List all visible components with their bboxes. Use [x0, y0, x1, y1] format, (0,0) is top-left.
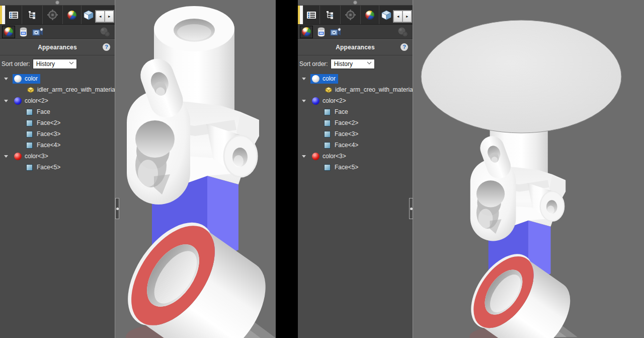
tree-item-color2[interactable]: color<2>: [298, 95, 413, 106]
tab-configurationmanager[interactable]: [341, 6, 361, 24]
tree-icon: [326, 11, 335, 19]
appearances-panel-left: ◄ ► Appearances ? Sort order: History co…: [0, 0, 115, 338]
tree-icon: [28, 11, 37, 19]
tab-scroll-left-button[interactable]: ◄: [96, 11, 105, 22]
tab-scroll-arrows: ◄ ►: [393, 10, 412, 23]
bottom-hub[interactable]: [115, 207, 276, 338]
view-appearances-button[interactable]: [2, 26, 15, 38]
tab-viewcube[interactable]: [82, 6, 95, 24]
scene-camera-icon: [32, 27, 44, 37]
sort-order-select[interactable]: History: [33, 59, 77, 69]
tree-item-face5[interactable]: Face<5>: [324, 162, 413, 173]
list-icon: [306, 11, 316, 19]
view-appearances-button[interactable]: [300, 26, 313, 38]
appearances-panel-right: ◄ ► Appearances ? Sort order: History co…: [298, 0, 413, 338]
face-icon: [324, 142, 331, 149]
idler-arm-model[interactable]: [115, 6, 276, 338]
appearance-tree: color idler_arm_creo_with_material color…: [0, 72, 115, 173]
tab-featuremanager[interactable]: [6, 6, 22, 24]
appearance-pane-button[interactable]: [99, 26, 112, 38]
panel-grip[interactable]: [0, 0, 115, 6]
expand-arrow-icon[interactable]: [302, 78, 306, 80]
expand-arrow-icon[interactable]: [4, 100, 8, 102]
appearance-pane-button[interactable]: [396, 26, 410, 38]
tree-item-face2[interactable]: Face<2>: [26, 117, 115, 128]
sort-order-select[interactable]: History: [331, 59, 375, 69]
expand-arrow-icon[interactable]: [302, 155, 306, 158]
screenshot-divider: [276, 0, 298, 338]
expand-arrow-icon[interactable]: [4, 155, 8, 158]
tree-item-color[interactable]: color: [0, 73, 115, 84]
3d-canvas-right[interactable]: [413, 0, 644, 338]
appearance-sphere-red-icon: [312, 153, 319, 160]
face-icon: [26, 120, 33, 126]
tab-scroll-left-button[interactable]: ◄: [393, 11, 403, 22]
tree-item-part[interactable]: idler_arm_creo_with_material: [26, 84, 115, 95]
handle-dot-icon: [116, 208, 119, 210]
sort-order-row: Sort order: History: [0, 55, 115, 72]
idler-arm-model-scaled[interactable]: [458, 98, 583, 338]
display-toolbar: [298, 25, 413, 39]
tab-displaymanager[interactable]: [361, 6, 380, 24]
tree-item-face[interactable]: Face: [26, 106, 115, 117]
tab-clipped[interactable]: [0, 6, 6, 24]
tree-item-face4[interactable]: Face<4>: [324, 140, 413, 151]
help-icon[interactable]: ?: [400, 43, 408, 51]
tab-featuremanager[interactable]: [303, 6, 320, 24]
tree-item-face3[interactable]: Face<3>: [324, 128, 413, 140]
target-icon: [345, 10, 356, 20]
view-scene-lights-cameras-button[interactable]: [31, 26, 44, 38]
tab-clipped[interactable]: [298, 6, 303, 24]
3d-canvas-left[interactable]: [115, 0, 276, 338]
face-scaled-top-disc[interactable]: [421, 20, 621, 133]
expand-arrow-icon[interactable]: [4, 78, 8, 80]
panel-collapse-handle-right[interactable]: [409, 198, 413, 219]
face-icon: [324, 164, 331, 171]
tree-item-color[interactable]: color: [298, 73, 413, 84]
appearance-sphere-red-icon: [14, 153, 22, 160]
view-decals-button[interactable]: [17, 26, 30, 38]
appearance-sphere-white-icon: [312, 75, 319, 83]
sort-order-row: Sort order: History: [298, 55, 413, 72]
tree-item-face2[interactable]: Face<2>: [324, 117, 413, 128]
help-icon[interactable]: ?: [103, 43, 110, 51]
view-scene-lights-cameras-button[interactable]: [329, 26, 342, 38]
view-decals-button[interactable]: [314, 26, 328, 38]
list-icon: [9, 11, 19, 19]
tree-item-face[interactable]: Face: [324, 106, 413, 117]
tab-configurationmanager[interactable]: [43, 6, 63, 24]
3d-viewport-left[interactable]: [115, 0, 276, 338]
tab-propertymanager[interactable]: [22, 6, 43, 24]
tab-propertymanager[interactable]: [320, 6, 341, 24]
face-icon: [26, 142, 33, 149]
tab-viewcube[interactable]: [379, 6, 393, 24]
chevron-down-icon: [367, 61, 372, 64]
sort-order-label: Sort order:: [2, 60, 30, 67]
tree-item-part[interactable]: idler_arm_creo_with_material: [324, 84, 413, 95]
face-icon: [26, 131, 33, 138]
color-wheel-icon: [302, 27, 311, 36]
color-wheel-icon: [365, 11, 374, 20]
disabled-gear-sphere-icon: [397, 27, 409, 37]
tree-item-face5[interactable]: Face<5>: [26, 162, 115, 173]
tree-item-color3[interactable]: color<3>: [298, 151, 413, 162]
3d-viewport-right[interactable]: [413, 0, 644, 338]
expand-arrow-icon[interactable]: [302, 100, 306, 102]
cube-icon: [381, 10, 392, 20]
tree-item-face4[interactable]: Face<4>: [26, 140, 115, 151]
tab-scroll-arrows: ◄ ►: [95, 10, 114, 23]
page-title: Appearances: [38, 44, 77, 51]
lobe-bore[interactable]: [135, 120, 175, 158]
grip-dot-icon: [55, 1, 59, 5]
tree-item-color3[interactable]: color<3>: [0, 151, 115, 162]
panel-grip[interactable]: [298, 0, 413, 6]
decal-can-icon: [317, 27, 325, 37]
appearance-tree: color idler_arm_creo_with_material color…: [298, 72, 413, 173]
tree-item-face3[interactable]: Face<3>: [26, 128, 115, 140]
tab-scroll-right-button[interactable]: ►: [105, 11, 114, 22]
tab-scroll-right-button[interactable]: ►: [403, 11, 412, 22]
tab-displaymanager[interactable]: [63, 6, 82, 24]
tree-item-color2[interactable]: color<2>: [0, 95, 115, 106]
panel-collapse-handle-left[interactable]: [115, 198, 119, 219]
color-wheel-icon: [67, 11, 76, 20]
